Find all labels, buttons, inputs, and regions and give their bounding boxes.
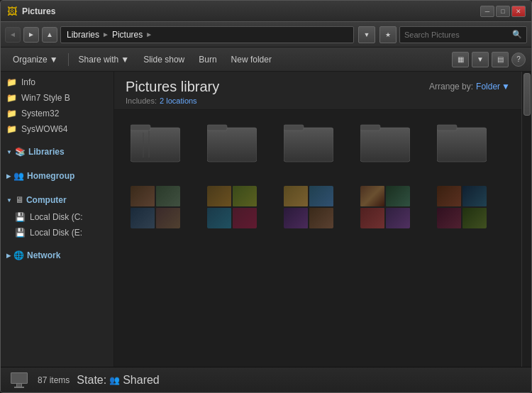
file-item-folder-1[interactable] — [120, 116, 191, 174]
content-area: 📁 Info 📁 Win7 Style B 📁 System32 📁 SysWO… — [1, 72, 531, 367]
libraries-icon: 📚 — [15, 147, 26, 157]
toolbar: Organize ▼ Share with ▼ Slide show Burn … — [1, 48, 531, 72]
photo-thumbnail-4 — [357, 182, 414, 232]
sidebar-item-info[interactable]: 📁 Info — [1, 74, 113, 90]
sidebar: 📁 Info 📁 Win7 Style B 📁 System32 📁 SysWO… — [1, 72, 114, 367]
file-item-photo-2[interactable] — [196, 179, 267, 238]
back-button[interactable]: ◄ — [5, 27, 21, 43]
svg-rect-4 — [207, 128, 257, 162]
homegroup-expand-icon: ▶ — [6, 173, 11, 179]
main-pane: Pictures library Includes: 2 locations A… — [114, 72, 521, 367]
library-includes: Includes: 2 locations — [126, 96, 219, 105]
file-item-folder-5[interactable] — [426, 116, 497, 174]
file-item-photo-4[interactable] — [350, 179, 421, 238]
slide-show-button[interactable]: Slide show — [137, 51, 191, 68]
scrollbar-thumb[interactable] — [523, 73, 531, 116]
title-bar: 🖼 Pictures ─ □ ✕ — [1, 1, 531, 22]
burn-button[interactable]: Burn — [192, 51, 223, 68]
search-input[interactable] — [404, 31, 509, 39]
toolbar-separator — [68, 53, 69, 66]
path-current: Pictures — [112, 30, 143, 40]
arrange-label: Arrange by: — [429, 82, 473, 92]
svg-rect-0 — [131, 128, 180, 162]
address-bar: ◄ ► ▲ Libraries ► Pictures ► ▼ ★ 🔍 — [1, 22, 531, 48]
sidebar-network-header[interactable]: ▶ 🌐 Network — [1, 246, 113, 265]
path-root: Libraries — [67, 30, 99, 40]
photo-thumbnail-2 — [204, 182, 260, 232]
arrange-dropdown[interactable]: Folder ▼ — [476, 82, 510, 92]
toolbar-right: ▦ ▼ ▤ ? — [452, 52, 526, 67]
window-title: Pictures — [22, 6, 480, 16]
status-state: State: 👥 Shared — [77, 374, 159, 387]
status-bar: 87 items State: 👥 Shared — [1, 367, 531, 392]
folder-thumbnail-5 — [433, 118, 490, 168]
svg-rect-9 — [360, 125, 380, 131]
photo-thumbnail-3 — [280, 182, 337, 232]
svg-rect-1 — [131, 125, 150, 131]
share-with-button[interactable]: Share with ▼ — [72, 51, 136, 68]
monitor-shape — [11, 372, 28, 384]
library-title: Pictures library — [126, 79, 219, 95]
disk-icon-c: 💾 — [15, 212, 26, 222]
network-expand-icon: ▶ — [6, 253, 11, 259]
sidebar-item-syswow64[interactable]: 📁 SysWOW64 — [1, 121, 113, 137]
sidebar-item-local-disk-e[interactable]: 💾 Local Disk (E: — [1, 225, 113, 240]
sidebar-item-system32[interactable]: 📁 System32 — [1, 106, 113, 121]
path-dropdown2[interactable]: ★ — [379, 26, 397, 43]
photo-thumbnail-1 — [127, 182, 184, 232]
close-button[interactable]: ✕ — [511, 6, 526, 17]
sidebar-libraries-header[interactable]: ▼ 📚 Libraries — [1, 143, 113, 161]
up-button[interactable]: ▲ — [42, 27, 57, 43]
maximize-button[interactable]: □ — [496, 6, 510, 17]
window-controls: ─ □ ✕ — [480, 6, 526, 17]
computer-icon: 🖥 — [15, 195, 23, 205]
status-item-count: 87 items — [38, 375, 70, 385]
path-end-sep: ► — [145, 31, 153, 38]
new-folder-button[interactable]: New folder — [225, 51, 278, 68]
organize-button[interactable]: Organize ▼ — [6, 51, 65, 68]
file-item-photo-1[interactable] — [120, 179, 191, 238]
address-path[interactable]: Libraries ► Pictures ► — [60, 26, 354, 43]
expand-icon: ▼ — [6, 149, 12, 155]
locations-link[interactable]: 2 locations — [160, 96, 197, 105]
help-button[interactable]: ? — [511, 52, 526, 67]
minimize-button[interactable]: ─ — [480, 6, 494, 17]
sidebar-item-local-disk-c[interactable]: 💾 Local Disk (C: — [1, 209, 113, 225]
scrollbar-track — [521, 72, 531, 367]
folder-thumbnail-2 — [204, 118, 260, 168]
view-toggle2-button[interactable]: ▼ — [472, 52, 489, 67]
file-item-folder-4[interactable] — [350, 116, 421, 174]
path-separator: ► — [102, 31, 109, 38]
folder-thumbnail-4 — [357, 118, 414, 168]
arrange-bar: Arrange by: Folder ▼ — [429, 79, 510, 92]
folder-icon-3: 📁 — [6, 109, 17, 118]
file-item-folder-2[interactable] — [196, 116, 267, 174]
folder-icon-4: 📁 — [6, 124, 17, 134]
sidebar-item-win7[interactable]: 📁 Win7 Style B — [1, 90, 113, 106]
network-icon: 🌐 — [13, 250, 24, 260]
monitor-base — [14, 387, 24, 388]
disk-icon-e: 💾 — [15, 228, 26, 238]
view-list-button[interactable]: ▤ — [492, 52, 509, 67]
file-item-folder-3[interactable] — [273, 116, 344, 174]
view-toggle-button[interactable]: ▦ — [452, 52, 469, 67]
folder-thumbnail-1 — [127, 118, 184, 168]
folder-thumbnail-3 — [280, 118, 337, 168]
forward-button[interactable]: ► — [23, 27, 39, 43]
search-box: 🔍 — [399, 26, 527, 43]
computer-expand-icon: ▼ — [6, 197, 12, 204]
path-dropdown[interactable]: ▼ — [358, 26, 375, 43]
file-item-photo-5[interactable] — [426, 179, 497, 238]
folder-icon: 📁 — [6, 77, 17, 87]
app-icon: 🖼 — [6, 6, 18, 17]
sidebar-computer-header[interactable]: ▼ 🖥 Computer — [1, 191, 113, 209]
main-window: 🖼 Pictures ─ □ ✕ ◄ ► ▲ Libraries ► Pictu… — [0, 0, 532, 393]
homegroup-icon: 👥 — [13, 171, 24, 181]
svg-rect-8 — [360, 128, 410, 162]
search-icon: 🔍 — [512, 30, 522, 39]
sidebar-homegroup-header[interactable]: ▶ 👥 Homegroup — [1, 167, 113, 185]
svg-rect-7 — [284, 125, 304, 131]
file-item-photo-3[interactable] — [273, 179, 344, 238]
file-grid — [114, 110, 521, 367]
library-header: Pictures library Includes: 2 locations A… — [114, 72, 521, 110]
